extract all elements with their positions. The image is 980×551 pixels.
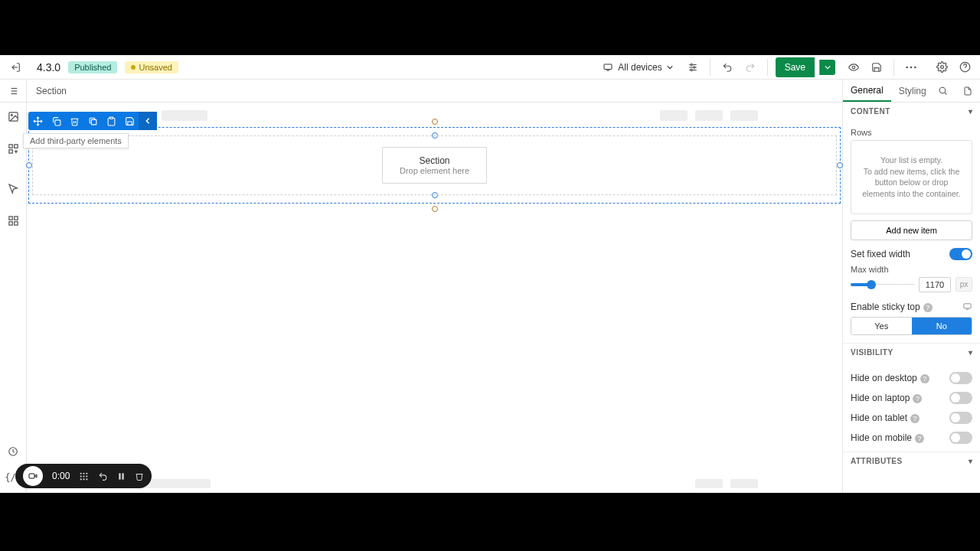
svg-rect-1 (606, 70, 609, 70)
camera-icon[interactable] (23, 466, 43, 486)
sticky-no[interactable]: No (912, 318, 972, 334)
move-rec-icon[interactable] (79, 471, 89, 481)
svg-rect-26 (14, 144, 17, 147)
more-icon[interactable] (902, 58, 920, 77)
svg-point-49 (87, 475, 87, 476)
published-badge: Published (68, 61, 117, 73)
svg-point-24 (11, 114, 12, 116)
resize-handle[interactable] (432, 119, 438, 125)
separator (767, 59, 768, 76)
resize-handle[interactable] (837, 162, 843, 168)
hide-laptop-label: Hide on laptop? (851, 393, 922, 403)
hide-desktop-toggle[interactable] (949, 372, 972, 384)
section-title: Section (400, 155, 469, 166)
help-icon[interactable]: ? (920, 374, 929, 383)
duplicate-icon[interactable] (83, 112, 102, 130)
move-icon[interactable] (28, 112, 47, 130)
empty-text-1: Your list is empty. (858, 155, 965, 166)
selected-section[interactable]: Section Drop element here (28, 127, 841, 204)
hide-tablet-toggle[interactable] (949, 412, 972, 424)
pause-rec-icon[interactable] (117, 471, 126, 481)
restart-rec-icon[interactable] (98, 471, 108, 481)
help-icon[interactable]: ? (910, 414, 920, 423)
svg-point-7 (691, 69, 692, 70)
undo-icon[interactable] (718, 58, 737, 77)
svg-point-8 (852, 66, 855, 69)
exit-icon[interactable] (6, 58, 24, 77)
max-width-value[interactable]: 1170 (919, 277, 951, 292)
canvas-placeholder (660, 110, 758, 121)
save-dropdown[interactable] (819, 60, 835, 75)
apps-icon[interactable] (4, 211, 22, 230)
separator (710, 59, 710, 76)
svg-point-10 (910, 66, 913, 68)
canvas[interactable]: Section Drop element here (27, 103, 842, 493)
svg-rect-32 (14, 221, 17, 224)
copy-icon[interactable] (47, 112, 65, 130)
collapse-toolbar-icon[interactable] (139, 112, 157, 130)
device-selector[interactable]: All devices (596, 59, 678, 76)
svg-point-6 (693, 66, 694, 67)
visibility-heading: VISIBILITY (851, 348, 893, 357)
list-icon[interactable] (4, 82, 22, 100)
attributes-heading: ATTRIBUTES (851, 457, 903, 465)
cursor-icon[interactable] (4, 179, 22, 197)
max-width-unit[interactable]: px (956, 277, 972, 292)
resize-handle[interactable] (432, 206, 438, 212)
clock-icon[interactable] (4, 442, 22, 461)
section-drop-area[interactable]: Section Drop element here (32, 135, 837, 195)
settings-sliders-icon[interactable] (684, 58, 702, 77)
content-section-head[interactable]: CONTENT ▾ (843, 103, 980, 120)
rows-label: Rows (851, 128, 972, 137)
delete-rec-icon[interactable] (135, 471, 144, 481)
svg-point-46 (87, 473, 87, 474)
visibility-section-head[interactable]: VISIBILITY ▾ (843, 343, 980, 361)
sticky-yes[interactable]: Yes (851, 318, 912, 334)
svg-rect-33 (8, 221, 11, 224)
breadcrumb: Section (27, 80, 842, 102)
tab-styling[interactable]: Styling (891, 80, 934, 102)
canvas-placeholder (162, 110, 207, 121)
image-icon[interactable] (4, 107, 22, 126)
sticky-label: Enable sticky top? (851, 302, 933, 312)
redo-icon[interactable] (741, 58, 760, 77)
save-block-icon[interactable] (120, 112, 139, 130)
selection-toolbar (28, 112, 157, 130)
resize-handle[interactable] (26, 162, 32, 168)
help-icon[interactable]: ? (915, 434, 924, 443)
paste-icon[interactable] (102, 112, 120, 130)
add-element-icon[interactable] (4, 139, 22, 158)
delete-icon[interactable] (65, 112, 83, 130)
help-icon[interactable]: ? (913, 394, 922, 403)
page-icon[interactable] (959, 82, 977, 100)
add-new-item-button[interactable]: Add new item (851, 220, 972, 240)
hide-laptop-toggle[interactable] (949, 392, 972, 404)
chevron-down-icon: ▾ (969, 457, 973, 465)
separator (893, 59, 894, 76)
breadcrumb-current: Section (36, 86, 67, 96)
svg-rect-54 (122, 473, 124, 479)
gear-icon[interactable] (933, 58, 951, 77)
search-icon[interactable] (934, 82, 952, 100)
content-heading: CONTENT (851, 107, 890, 116)
device-scope-icon[interactable] (962, 302, 972, 311)
max-width-slider[interactable] (851, 283, 914, 286)
attributes-section-head[interactable]: ATTRIBUTES ▾ (843, 452, 980, 470)
fixed-width-toggle[interactable] (949, 248, 972, 260)
svg-point-11 (914, 66, 916, 68)
unsaved-text: Unsaved (139, 63, 172, 72)
left-rail: Add third-party elements {/} (0, 103, 27, 493)
rail-top-slot (0, 80, 27, 102)
version-label: 4.3.0 (37, 61, 60, 73)
help-icon[interactable]: ? (923, 303, 933, 312)
tab-general[interactable]: General (843, 80, 891, 102)
preview-icon[interactable] (844, 58, 863, 77)
rows-empty-state: Your list is empty. To add new items, cl… (851, 140, 972, 214)
save-button[interactable]: Save (776, 57, 815, 77)
header-bar: 4.3.0 Published Unsaved All devices Save (0, 55, 980, 80)
hide-mobile-toggle[interactable] (949, 432, 972, 444)
max-width-label: Max width (851, 265, 972, 274)
help-icon[interactable] (956, 58, 974, 77)
save-file-icon[interactable] (867, 58, 886, 77)
svg-rect-41 (966, 309, 969, 310)
